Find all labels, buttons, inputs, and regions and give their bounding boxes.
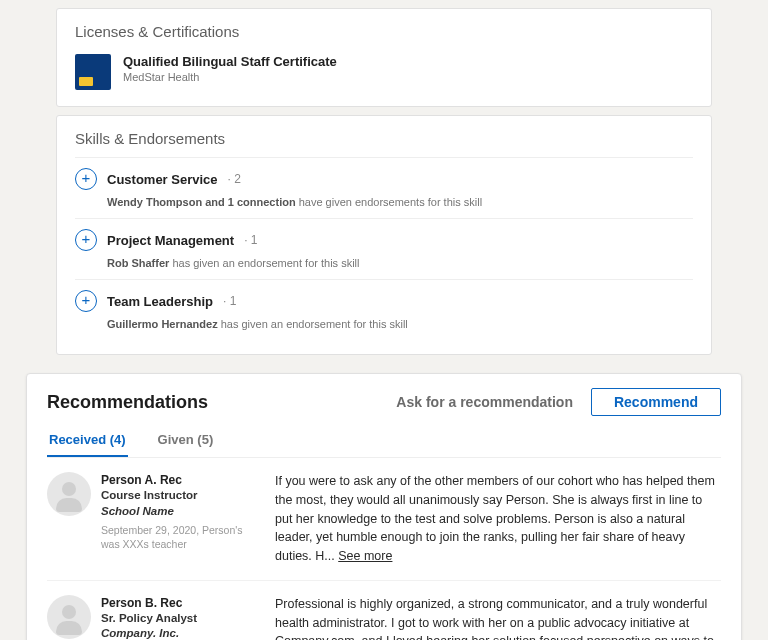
skill-row: + Customer Service · 2 Wendy Thompson an… bbox=[75, 157, 693, 218]
tab-given[interactable]: Given (5) bbox=[156, 426, 216, 457]
recommend-button[interactable]: Recommend bbox=[591, 388, 721, 416]
recommender-org: School Name bbox=[101, 504, 257, 520]
recommendation-item: Person B. Rec Sr. Policy Analyst Company… bbox=[47, 581, 721, 640]
recommendation-text: Professional is highly organized, a stro… bbox=[275, 595, 721, 640]
skill-count: · 2 bbox=[228, 172, 241, 186]
skill-endorsers: Guillermo Hernandez has given an endorse… bbox=[107, 318, 693, 330]
recommendation-date: September 29, 2020, Person's was XXXs te… bbox=[101, 523, 257, 551]
recommendations-card: Recommendations Ask for a recommendation… bbox=[26, 373, 742, 640]
skill-endorsers: Wendy Thompson and 1 connection have giv… bbox=[107, 196, 693, 208]
see-more-link[interactable]: See more bbox=[338, 549, 392, 563]
skill-name[interactable]: Team Leadership bbox=[107, 294, 213, 309]
tab-received[interactable]: Received (4) bbox=[47, 426, 128, 457]
license-name: Qualified Bilingual Staff Certificate bbox=[123, 54, 337, 69]
recommendation-text: If you were to ask any of the other memb… bbox=[275, 472, 721, 566]
skills-title: Skills & Endorsements bbox=[75, 130, 693, 147]
avatar[interactable] bbox=[47, 595, 91, 639]
recommender-name[interactable]: Person B. Rec bbox=[101, 595, 257, 611]
endorse-plus-button[interactable]: + bbox=[75, 168, 97, 190]
ask-recommendation-link[interactable]: Ask for a recommendation bbox=[396, 394, 573, 410]
licenses-card: Licenses & Certifications Qualified Bili… bbox=[56, 8, 712, 107]
skill-name[interactable]: Customer Service bbox=[107, 172, 218, 187]
licenses-title: Licenses & Certifications bbox=[75, 23, 693, 40]
license-badge-icon bbox=[75, 54, 111, 90]
skill-endorsers: Rob Shaffer has given an endorsement for… bbox=[107, 257, 693, 269]
recommender-role: Course Instructor bbox=[101, 488, 257, 504]
endorse-plus-button[interactable]: + bbox=[75, 290, 97, 312]
skill-count: · 1 bbox=[244, 233, 257, 247]
skill-name[interactable]: Project Management bbox=[107, 233, 234, 248]
recommendations-title: Recommendations bbox=[47, 392, 208, 413]
recommender-name[interactable]: Person A. Rec bbox=[101, 472, 257, 488]
skill-row: + Project Management · 1 Rob Shaffer has… bbox=[75, 218, 693, 279]
license-item[interactable]: Qualified Bilingual Staff Certificate Me… bbox=[75, 50, 693, 92]
license-issuer: MedStar Health bbox=[123, 71, 337, 83]
skill-count: · 1 bbox=[223, 294, 236, 308]
skills-card: Skills & Endorsements + Customer Service… bbox=[56, 115, 712, 355]
recommender-role: Sr. Policy Analyst bbox=[101, 611, 257, 627]
recommendation-tabs: Received (4) Given (5) bbox=[47, 426, 721, 458]
endorse-plus-button[interactable]: + bbox=[75, 229, 97, 251]
avatar[interactable] bbox=[47, 472, 91, 516]
skill-row: + Team Leadership · 1 Guillermo Hernande… bbox=[75, 279, 693, 340]
recommender-org: Company. Inc. bbox=[101, 626, 257, 640]
recommendation-item: Person A. Rec Course Instructor School N… bbox=[47, 458, 721, 581]
